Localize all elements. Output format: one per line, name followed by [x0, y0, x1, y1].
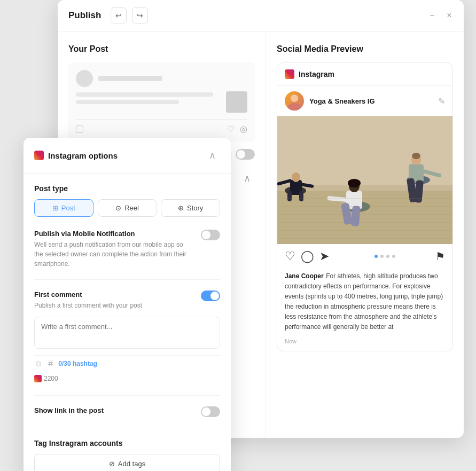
first-comment-section: First comment Publish a first comment wi… — [34, 291, 220, 382]
draft-toggle[interactable] — [236, 149, 255, 160]
post-type-post-button[interactable]: ⊞ Post — [34, 199, 93, 217]
carousel-dots — [334, 255, 435, 258]
first-comment-text: First comment Publish a first comment wi… — [34, 291, 192, 310]
svg-point-22 — [412, 153, 420, 159]
mobile-notification-desc: Well send a push notification from our m… — [34, 240, 192, 269]
ig-options-body: Post type ⊞ Post ⊙ Reel ⊕ Story Publish … — [24, 174, 231, 471]
redo-button[interactable]: ↪ — [132, 7, 148, 23]
svg-point-0 — [291, 95, 298, 102]
divider-3 — [34, 428, 220, 428]
preview-avatar — [285, 91, 304, 111]
post-text-line-1 — [76, 92, 213, 97]
plus-circle-icon: ⊕ — [178, 204, 184, 212]
share-icon[interactable]: ➤ — [319, 249, 329, 263]
post-header: Yoga & Sneakers IG ✎ — [277, 86, 452, 116]
dot-3 — [386, 255, 389, 258]
post-image-placeholder — [226, 91, 247, 113]
dot-4 — [392, 255, 395, 258]
first-comment-toggle[interactable] — [201, 291, 220, 301]
instagram-preview: Instagram Yoga & Sneakers IG ✎ — [277, 62, 453, 351]
post-checkbox[interactable] — [76, 125, 83, 133]
preview-username: Yoga & Sneakers IG — [309, 97, 438, 105]
caption-text: For athletes, high altitude produces two… — [285, 272, 443, 331]
tag-icon: ⊘ — [109, 460, 115, 468]
minimize-button[interactable]: − — [428, 12, 436, 19]
social-media-preview-title: Social Media Preview — [277, 44, 453, 54]
post-type-buttons: ⊞ Post ⊙ Reel ⊕ Story — [34, 199, 220, 217]
window-title: Publish — [68, 10, 101, 21]
mobile-notification-section: Publish via Mobile Notification Well sen… — [34, 230, 220, 269]
check-circle-icon[interactable]: ◎ — [240, 124, 247, 134]
show-link-section: Show link in the post — [34, 406, 220, 417]
post-area: ♡ ◎ — [68, 62, 255, 142]
preview-actions: ♡ ◯ ➤ ⚑ — [277, 244, 452, 269]
bookmark-icon[interactable]: ⚑ — [435, 250, 445, 263]
svg-point-15 — [348, 179, 361, 187]
dot-1 — [374, 255, 378, 258]
heart-icon[interactable]: ♡ — [227, 124, 235, 134]
show-link-toggle[interactable] — [201, 406, 220, 417]
your-post-title: Your Post — [68, 44, 255, 54]
post-text-line-2 — [76, 100, 179, 104]
preview-caption: Jane Cooper For athletes, high altitude … — [277, 269, 452, 338]
platform-bar: Instagram — [277, 63, 452, 86]
instagram-options-card: Instagram options ∧ Post type ⊞ Post ⊙ R… — [24, 138, 231, 471]
post-footer-icons: ♡ ◎ — [227, 124, 247, 134]
mobile-notification-title: Publish via Mobile Notification — [34, 230, 192, 238]
svg-rect-3 — [277, 116, 452, 185]
preview-timestamp: Now — [277, 338, 452, 351]
instagram-icon-tiny — [34, 375, 42, 382]
hashtag-count: 0/30 hashtag — [58, 360, 97, 367]
edit-icon[interactable]: ✎ — [438, 96, 445, 106]
first-comment-title: First comment — [34, 291, 192, 299]
collapse-button[interactable]: ∧ — [239, 170, 255, 186]
emoji-icon[interactable]: ☺ — [34, 359, 43, 368]
post-footer: ♡ ◎ — [76, 119, 247, 134]
divider-1 — [34, 279, 220, 280]
comment-icon[interactable]: ◯ — [301, 249, 314, 263]
svg-rect-8 — [287, 191, 292, 201]
show-link-title: Show link in the post — [34, 406, 192, 414]
comment-toolbar: ☺ # 0/30 hashtag — [34, 355, 220, 372]
tag-accounts-section: Tag Instragram accounts ⊘ Add tags — [34, 439, 220, 471]
post-avatar — [76, 70, 93, 87]
ig-options-icon — [34, 151, 44, 160]
svg-rect-9 — [299, 191, 303, 201]
post-avatar-row — [76, 70, 247, 87]
divider-2 — [34, 395, 220, 396]
hashtag-icon[interactable]: # — [48, 359, 53, 368]
post-name-placeholder — [98, 76, 162, 81]
dot-2 — [380, 255, 384, 258]
undo-button[interactable]: ↩ — [111, 7, 127, 23]
post-type-reel-button[interactable]: ⊙ Reel — [98, 199, 157, 217]
platform-name: Instagram — [299, 70, 334, 78]
like-icon[interactable]: ♡ — [285, 249, 295, 263]
comment-char-count: 2200 — [34, 375, 220, 382]
ig-options-header: Instagram options ∧ — [24, 138, 231, 174]
post-type-section: Post type ⊞ Post ⊙ Reel ⊕ Story — [34, 184, 220, 217]
preview-image — [277, 116, 452, 244]
post-type-story-button[interactable]: ⊕ Story — [161, 199, 220, 217]
reel-icon: ⊙ — [115, 204, 121, 212]
grid-icon: ⊞ — [52, 204, 58, 212]
yoga-image — [277, 116, 452, 244]
ig-options-title: Instagram options — [48, 151, 118, 160]
mobile-notification-toggle[interactable] — [201, 230, 220, 240]
close-button[interactable]: × — [446, 12, 453, 19]
svg-point-1 — [288, 103, 301, 111]
add-tags-button[interactable]: ⊘ Add tags — [34, 454, 220, 471]
ig-options-collapse-button[interactable]: ∧ — [204, 147, 220, 163]
instagram-icon — [285, 69, 294, 79]
first-comment-header-row: First comment Publish a first comment wi… — [34, 291, 220, 310]
mobile-notification-text: Publish via Mobile Notification Well sen… — [34, 230, 192, 269]
ig-options-title-row: Instagram options — [34, 151, 118, 160]
svg-point-7 — [292, 172, 300, 182]
show-link-text: Show link in the post — [34, 406, 192, 417]
first-comment-desc: Publish a first comment with your post — [34, 301, 192, 310]
caption-username: Jane Cooper — [285, 272, 324, 280]
titlebar: Publish ↩ ↪ − × — [58, 0, 464, 32]
post-type-label: Post type — [34, 184, 220, 193]
right-panel: Social Media Preview Instagram Yoga & — [266, 32, 464, 438]
first-comment-textarea[interactable] — [34, 317, 220, 349]
tag-accounts-label: Tag Instragram accounts — [34, 439, 220, 448]
